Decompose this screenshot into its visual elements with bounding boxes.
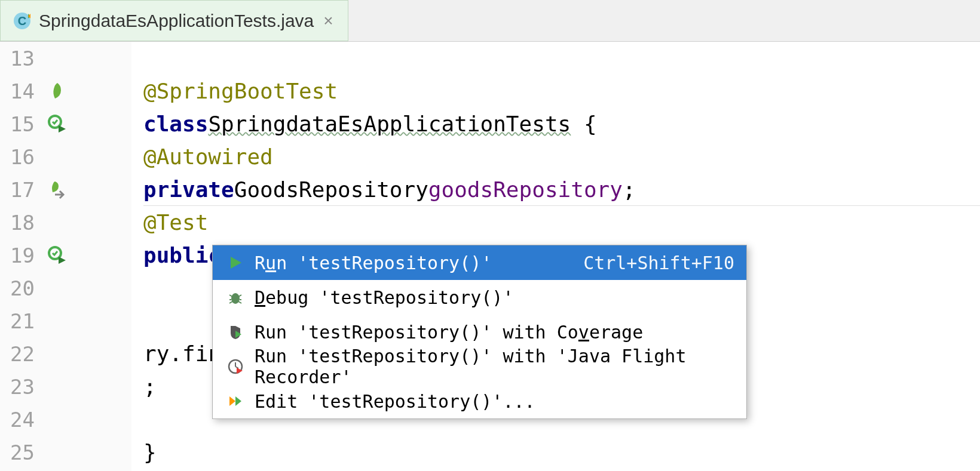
code-line: } [131, 436, 980, 469]
gutter-row[interactable]: 20 [0, 272, 131, 304]
coverage-icon [225, 321, 246, 343]
svg-marker-7 [59, 257, 66, 264]
svg-marker-22 [235, 396, 241, 406]
menu-label: Debug 'testRepository()' [255, 287, 734, 308]
edit-config-icon [225, 390, 246, 412]
line-number: 24 [5, 408, 41, 432]
code-line: @SpringBootTest [131, 75, 980, 107]
jfr-icon [225, 356, 246, 377]
svg-point-9 [231, 293, 240, 304]
line-number: 23 [5, 375, 41, 399]
close-tab-button[interactable]: × [321, 11, 335, 30]
gutter-row[interactable]: 25 [0, 436, 131, 469]
line-number: 19 [5, 244, 41, 267]
menu-label: Run 'testRepository()' with 'Java Flight… [255, 346, 734, 387]
svg-line-14 [229, 301, 232, 303]
file-tab[interactable]: C SpringdataEsApplicationTests.java × [0, 0, 348, 41]
gutter-row[interactable]: 14 [0, 75, 131, 107]
gutter-row[interactable]: 16 [0, 140, 131, 173]
menu-label: Run 'testRepository()' [255, 253, 575, 273]
run-icon [225, 252, 246, 273]
gutter-row[interactable]: 23 [0, 370, 131, 403]
gutter-row[interactable]: 13 [0, 42, 131, 75]
line-number: 20 [5, 276, 41, 300]
run-test-icon[interactable] [41, 113, 124, 135]
separator-line [143, 205, 980, 206]
svg-line-15 [238, 301, 241, 303]
tab-bar: C SpringdataEsApplicationTests.java × [0, 0, 980, 42]
menu-shortcut: Ctrl+Shift+F10 [583, 253, 734, 273]
line-number: 21 [5, 309, 41, 333]
svg-marker-8 [231, 257, 241, 269]
gutter-row[interactable]: 17 [0, 173, 131, 206]
line-number: 14 [5, 79, 41, 103]
run-test-icon[interactable] [41, 245, 124, 266]
editor-area: 13 14 15 16 17 [0, 42, 980, 471]
code-line: @Test [131, 206, 980, 239]
gutter-row[interactable]: 18 [0, 206, 131, 239]
gutter-row[interactable]: 21 [0, 304, 131, 337]
navigate-bean-icon[interactable] [41, 179, 124, 201]
svg-line-10 [229, 295, 232, 297]
menu-run[interactable]: Run 'testRepository()' Ctrl+Shift+F10 [213, 245, 746, 280]
gutter: 13 14 15 16 17 [0, 42, 131, 471]
svg-marker-21 [229, 396, 235, 406]
gutter-row[interactable]: 22 [0, 337, 131, 370]
line-number: 15 [5, 112, 41, 136]
code-editor[interactable]: @SpringBootTest class SpringdataEsApplic… [131, 42, 980, 471]
line-number: 18 [5, 211, 41, 235]
line-number: 17 [5, 178, 41, 202]
menu-debug[interactable]: Debug 'testRepository()' [213, 280, 746, 315]
code-line: private GoodsRepository goodsRepository; [131, 173, 980, 206]
code-line: @Autowired [131, 140, 980, 173]
menu-label: Edit 'testRepository()'... [255, 391, 734, 412]
gutter-row[interactable]: 24 [0, 403, 131, 436]
code-line [131, 42, 980, 75]
svg-text:C: C [18, 14, 26, 27]
java-class-icon: C [13, 11, 32, 30]
menu-jfr[interactable]: Run 'testRepository()' with 'Java Flight… [213, 349, 746, 384]
line-number: 13 [5, 47, 41, 70]
svg-line-11 [238, 295, 241, 297]
line-number: 25 [5, 441, 41, 464]
menu-coverage[interactable]: Run 'testRepository()' with Coverage [213, 315, 746, 349]
gutter-row[interactable]: 19 [0, 239, 131, 272]
svg-marker-5 [59, 125, 66, 133]
gutter-row[interactable]: 15 [0, 107, 131, 140]
line-number: 22 [5, 342, 41, 366]
context-menu: Run 'testRepository()' Ctrl+Shift+F10 D [212, 245, 747, 419]
menu-label: Run 'testRepository()' with Coverage [255, 322, 734, 343]
code-line: class SpringdataEsApplicationTests { [131, 107, 980, 140]
debug-icon [225, 287, 246, 308]
tab-filename: SpringdataEsApplicationTests.java [39, 11, 314, 31]
line-number: 16 [5, 145, 41, 169]
menu-edit-config[interactable]: Edit 'testRepository()'... [213, 384, 746, 418]
spring-bean-icon[interactable] [41, 81, 124, 102]
